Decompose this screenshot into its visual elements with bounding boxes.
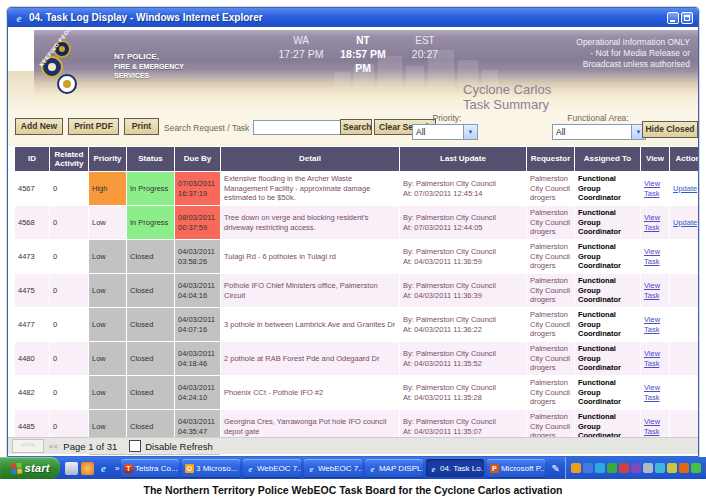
action-cell bbox=[670, 274, 698, 307]
priority-cell: Low bbox=[89, 308, 126, 341]
pencil-icon[interactable]: ✎ bbox=[551, 463, 559, 474]
last-update-at: At: 04/03/2011 11:35:07 bbox=[403, 427, 523, 436]
column-header-detail: Detail bbox=[221, 147, 399, 171]
last-update-at: At: 07/03/2011 12:44:05 bbox=[403, 223, 523, 232]
table-row: 44750LowClosed04/03/201104:04:16Pothole … bbox=[15, 274, 698, 307]
agency-name-line: SERVICES bbox=[114, 71, 184, 80]
titlebar[interactable]: e 04. Task Log Display - Windows Interne… bbox=[8, 8, 698, 27]
due-by-part: 04/03/2011 bbox=[178, 247, 217, 256]
maximize-button[interactable] bbox=[681, 12, 693, 24]
last-update-by: By: Palmerston City Council bbox=[403, 281, 523, 290]
view-cell: View Task bbox=[641, 274, 669, 307]
status-cell: Closed bbox=[127, 342, 174, 375]
taskbar-button-label: MAP DISPL... bbox=[379, 464, 423, 473]
tray-icon-4[interactable] bbox=[607, 463, 617, 473]
taskbar-button-label: 3 Microso... bbox=[196, 464, 237, 473]
last-update-cell: By: Palmerston City CouncilAt: 07/03/201… bbox=[400, 172, 526, 205]
tray-icon-1[interactable] bbox=[571, 463, 581, 473]
view-task-link[interactable]: View Task bbox=[644, 383, 660, 401]
print-pdf-button[interactable]: Print PDF bbox=[68, 118, 119, 135]
internet-explorer-icon[interactable]: e bbox=[97, 462, 110, 475]
last-update-by: By: Palmerston City Council bbox=[403, 213, 523, 222]
assigned-to-cell: Functional Group Coordinator bbox=[575, 206, 640, 239]
desktop: { "window": { "title": "04. Task Log Dis… bbox=[0, 0, 706, 501]
priority-cell: Low bbox=[89, 376, 126, 409]
telstra-icon: T bbox=[124, 464, 133, 473]
assigned-to-cell: Functional Group Coordinator bbox=[575, 376, 640, 409]
tray-icon-3[interactable] bbox=[595, 463, 605, 473]
print-button[interactable]: Print bbox=[124, 118, 159, 135]
status-cell: Closed bbox=[127, 376, 174, 409]
page-indicator: Page 1 of 31 bbox=[63, 441, 117, 452]
add-new-button[interactable]: Add New bbox=[15, 118, 63, 135]
disable-refresh-checkbox[interactable] bbox=[129, 440, 141, 452]
agency-name-line: NT POLICE, bbox=[114, 52, 184, 62]
search-button[interactable]: Search bbox=[340, 119, 372, 135]
update-link[interactable]: Update bbox=[673, 184, 697, 193]
view-task-link[interactable]: View Task bbox=[644, 349, 660, 367]
figure-caption: The Northern Territory Police WebEOC Tas… bbox=[0, 484, 706, 496]
last-update-at: At: 04/03/2011 11:36:22 bbox=[403, 325, 523, 334]
due-by-part: 16:37:19 bbox=[178, 189, 217, 198]
table-row: 44770LowClosed04/03/201104:07:163 pothol… bbox=[15, 308, 698, 341]
due-by-part: 04:18:46 bbox=[178, 359, 217, 368]
view-task-link[interactable]: View Task bbox=[644, 281, 660, 299]
requestor-cell: Palmerston City Council drogers bbox=[527, 172, 574, 205]
last-update-at: At: 04/03/2011 11:35:28 bbox=[403, 393, 523, 402]
view-task-link[interactable]: View Task bbox=[644, 247, 660, 265]
requestor-cell: Palmerston City Council drogers bbox=[527, 342, 574, 375]
column-header-assigned-to: Assigned To bbox=[575, 147, 640, 171]
functional-area-select[interactable]: All ▼ bbox=[552, 124, 646, 140]
column-header-view: View bbox=[641, 147, 669, 171]
due-by-cell: 04/03/201104:07:16 bbox=[175, 308, 220, 341]
taskbar-button-webeoc-7[interactable]: eWebEOC 7... bbox=[243, 459, 301, 477]
update-link[interactable]: Update bbox=[673, 218, 697, 227]
detail-cell: 2 pothole at RAB Forest Pde and Odegaard… bbox=[221, 342, 399, 375]
tray-icon-2[interactable] bbox=[583, 463, 593, 473]
tray-icon-7[interactable] bbox=[643, 463, 653, 473]
timezone-time: 18:57 PM bbox=[332, 48, 394, 60]
tray-icon-11[interactable] bbox=[691, 463, 701, 473]
related-activity-cell: 0 bbox=[50, 240, 88, 273]
show-desktop-icon[interactable] bbox=[65, 462, 78, 475]
action-cell bbox=[670, 342, 698, 375]
taskbar-button-webeoc-7[interactable]: eWebEOC 7... bbox=[304, 459, 362, 477]
view-task-link[interactable]: View Task bbox=[644, 179, 660, 197]
view-task-link[interactable]: View Task bbox=[644, 213, 660, 231]
tray-icon-5[interactable] bbox=[619, 463, 629, 473]
minimize-button[interactable] bbox=[667, 12, 679, 24]
task-id-cell: 4475 bbox=[15, 274, 49, 307]
due-by-cell: 07/03/201116:37:19 bbox=[175, 172, 220, 205]
search-label: Search Request / Task bbox=[164, 123, 249, 133]
tray-icon-10[interactable] bbox=[679, 463, 689, 473]
priority-select[interactable]: All ▼ bbox=[412, 124, 478, 140]
view-task-link[interactable]: View Task bbox=[644, 417, 660, 435]
view-cell: View Task bbox=[641, 342, 669, 375]
hide-closed-button[interactable]: Hide Closed bbox=[642, 121, 698, 138]
taskbar-button-map-displ[interactable]: eMAP DISPL... bbox=[365, 459, 423, 477]
taskbar-button-04-task-lo[interactable]: e04. Task Lo... bbox=[426, 459, 484, 477]
requestor-cell: Palmerston City Council drogers bbox=[527, 376, 574, 409]
status-cell: Closed bbox=[127, 274, 174, 307]
due-by-part: 04:07:16 bbox=[178, 325, 217, 334]
chevron-down-icon[interactable]: ▼ bbox=[463, 125, 477, 139]
messenger-icon[interactable] bbox=[81, 462, 94, 475]
previous-page-button[interactable]: << bbox=[49, 442, 58, 451]
timezone-label: EST bbox=[394, 35, 456, 46]
view-cell: View Task bbox=[641, 240, 669, 273]
ie-icon: e bbox=[368, 464, 377, 473]
task-id-cell: 4473 bbox=[15, 240, 49, 273]
taskbar-button-microsoft-p[interactable]: PMicrosoft P... bbox=[487, 459, 545, 477]
ie-icon: e bbox=[246, 464, 255, 473]
pagination-bar: <<<< << Page 1 of 31 Disable Refresh bbox=[8, 437, 698, 454]
search-input[interactable] bbox=[253, 120, 341, 135]
taskbar-button-3-microso[interactable]: O3 Microso...▾ bbox=[182, 459, 240, 477]
taskbar-button-telstra-co[interactable]: TTelstra Co... bbox=[121, 459, 179, 477]
first-page-button[interactable]: <<<< bbox=[12, 439, 44, 453]
taskbar-buttons: TTelstra Co...O3 Microso...▾eWebEOC 7...… bbox=[119, 459, 546, 477]
tray-icon-9[interactable] bbox=[667, 463, 677, 473]
tray-icon-6[interactable] bbox=[631, 463, 641, 473]
tray-icon-8[interactable] bbox=[655, 463, 665, 473]
start-button[interactable]: start bbox=[0, 457, 60, 479]
view-task-link[interactable]: View Task bbox=[644, 315, 660, 333]
